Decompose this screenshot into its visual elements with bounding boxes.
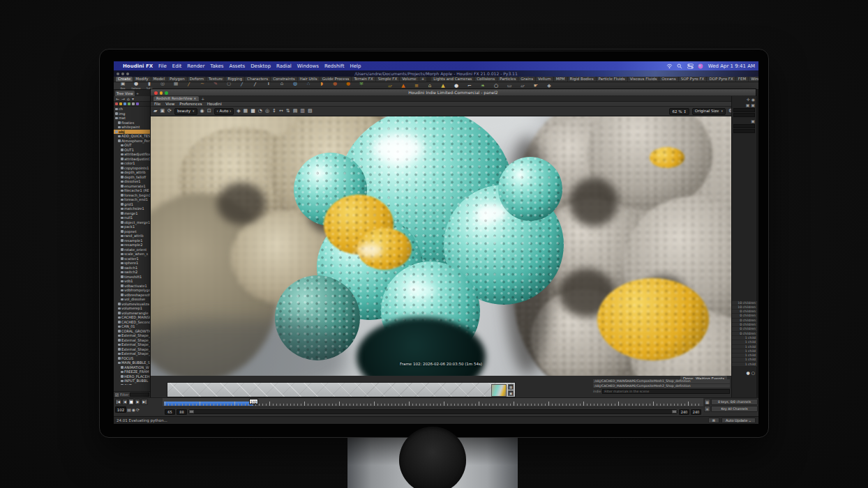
- maximize-button[interactable]: [165, 91, 168, 95]
- menu-redshift[interactable]: Redshift: [324, 63, 344, 69]
- toggle-off-icon[interactable]: ○: [751, 370, 755, 375]
- houdini-window-titlebar[interactable]: /Users/andre/Documents/Projects/Morph Ap…: [114, 70, 758, 77]
- renderview-menu-preferences[interactable]: Preferences: [179, 102, 202, 106]
- shelf-tab-[interactable]: +: [419, 77, 427, 82]
- loop-icon[interactable]: ⟳: [136, 407, 140, 412]
- menu-radial[interactable]: Radial: [276, 63, 292, 69]
- playback-end-field[interactable]: 240: [679, 409, 689, 415]
- render-pass-select[interactable]: beauty▾: [174, 108, 197, 115]
- controller-tool-icon[interactable]: ◆: [546, 84, 553, 89]
- panel-right-icon[interactable]: ▥: [300, 109, 305, 114]
- filter-input[interactable]: [130, 392, 149, 397]
- stamp-a-icon[interactable]: ▣: [746, 102, 750, 107]
- filter-checkbox[interactable]: ✓: [115, 393, 119, 397]
- shelf-tab-fem[interactable]: FEM: [736, 77, 748, 82]
- menu-file[interactable]: File: [158, 63, 167, 69]
- image-size-select[interactable]: Original Size▾: [692, 108, 726, 115]
- wifi-icon[interactable]: [666, 63, 673, 69]
- shelf-tab-rigging[interactable]: Rigging: [225, 77, 244, 82]
- playhead[interactable]: 102: [249, 399, 258, 404]
- sand-castle-tool-icon[interactable]: ⌂: [426, 84, 433, 89]
- stop-button[interactable]: ■: [128, 399, 134, 405]
- vellum-cloth-tool-icon[interactable]: ▱: [387, 84, 394, 89]
- close-button[interactable]: [154, 91, 158, 95]
- flag-blue-icon[interactable]: [124, 102, 126, 105]
- target-icon[interactable]: ◎: [265, 109, 269, 114]
- menu-houdini-fx[interactable]: Houdini FX: [123, 63, 153, 69]
- minimize-window-button[interactable]: [121, 73, 124, 75]
- playback-start-field[interactable]: 88: [177, 409, 187, 415]
- new-tab-button[interactable]: +: [201, 96, 204, 101]
- menu-help[interactable]: Help: [350, 63, 361, 69]
- lock-icon[interactable]: ◈: [237, 109, 240, 114]
- add-tab-button[interactable]: +: [136, 91, 139, 96]
- panel-left-icon[interactable]: ▤: [293, 109, 298, 114]
- renderview-menu-view[interactable]: View: [165, 102, 174, 106]
- menu-edit[interactable]: Edit: [172, 63, 182, 69]
- snapshot-icon[interactable]: ▣: [160, 109, 165, 114]
- side-field[interactable]: [733, 113, 755, 117]
- sphere-tool-icon[interactable]: ●Sphere: [133, 82, 140, 90]
- flag-purple-icon[interactable]: [136, 102, 139, 105]
- fit-icon[interactable]: ↔: [279, 109, 283, 114]
- menu-bar-clock[interactable]: Wed Apr 1 9:41 AM: [708, 63, 755, 69]
- menu-takes[interactable]: Takes: [210, 63, 223, 69]
- flag-green-icon[interactable]: [128, 102, 130, 105]
- expand-icon[interactable]: ↕: [272, 109, 276, 114]
- search-icon[interactable]: [677, 63, 683, 69]
- refresh-icon[interactable]: ⟳: [167, 109, 172, 114]
- shelf-tab-model[interactable]: Model: [151, 77, 167, 82]
- chevron-down-icon[interactable]: ▾: [132, 96, 134, 101]
- shelf-tab-sop-pyro-fx[interactable]: SOP Pyro FX: [679, 77, 707, 82]
- shelf-tab-terrain-fx[interactable]: Terrain FX: [352, 77, 375, 82]
- grid-icon[interactable]: ▦: [244, 109, 248, 114]
- toggle-on-icon[interactable]: ●: [747, 370, 750, 375]
- renderview-menu-houdini[interactable]: Houdini: [207, 102, 222, 106]
- menu-desktop[interactable]: Desktop: [250, 63, 271, 69]
- channel-icon[interactable]: ≡: [704, 406, 710, 412]
- range-handle-right[interactable]: [672, 410, 677, 413]
- shelf-tab-create[interactable]: Create: [116, 77, 133, 82]
- menu-windows[interactable]: Windows: [297, 63, 319, 69]
- flag-red-icon[interactable]: [115, 102, 118, 105]
- shelf-tab-oceans[interactable]: Oceans: [659, 77, 678, 82]
- balloon-tool-icon[interactable]: ○: [493, 84, 500, 89]
- shelf-tab-volume[interactable]: Volume: [400, 77, 418, 82]
- jump-end-button[interactable]: ▶|: [141, 399, 147, 405]
- zoom-window-button[interactable]: [126, 73, 129, 75]
- flag-gray-icon[interactable]: [132, 102, 135, 105]
- shelf-tab-constraints[interactable]: Constraints: [271, 77, 297, 82]
- tree-node-out[interactable]: OUT: [114, 383, 151, 386]
- step-back-button[interactable]: ◀: [122, 399, 128, 405]
- current-frame-field[interactable]: 102: [115, 406, 126, 413]
- key-all-channels-button[interactable]: Key All Channels: [711, 406, 758, 412]
- range-slider[interactable]: [188, 409, 678, 414]
- feather-tool-icon[interactable]: ❧: [479, 84, 486, 89]
- shelf-tab-hair-utils[interactable]: Hair Utils: [298, 77, 320, 82]
- play-button[interactable]: ▶: [135, 399, 140, 405]
- hand-tool-icon[interactable]: ☛: [532, 84, 539, 89]
- forward-icon[interactable]: →: [121, 96, 125, 101]
- shelf-tab-guide-process[interactable]: Guide Process: [320, 77, 352, 82]
- shelf-tab-texture[interactable]: Texture: [207, 77, 225, 82]
- memory-field[interactable]: ⊞: [708, 418, 719, 423]
- material-row[interactable]: /obj/CACHED_MAINSHAPE/CompositeMesh2_Sho…: [593, 384, 730, 389]
- bone-tool-icon[interactable]: ⌐: [466, 84, 473, 89]
- snowball-tool-icon[interactable]: ●: [453, 84, 460, 89]
- render-thumbnail[interactable]: [491, 384, 507, 397]
- camera-icon[interactable]: ◉: [132, 407, 135, 412]
- fire-tool-icon[interactable]: ▲: [400, 84, 407, 89]
- shelf-tab-simple-fx[interactable]: Simple FX: [376, 77, 399, 82]
- shelf-tab-characters[interactable]: Characters: [245, 77, 270, 82]
- shelf-tab-modify[interactable]: Modify: [133, 77, 150, 82]
- auto-update-select[interactable]: Auto Update ⌄: [721, 418, 756, 423]
- shelf-tab-wires[interactable]: Wires: [749, 77, 758, 82]
- shelf-tab-polygon[interactable]: Polygon: [167, 77, 187, 82]
- side-field[interactable]: [733, 129, 755, 133]
- range-start-field[interactable]: 65: [165, 409, 175, 415]
- motion-preview-strip[interactable]: ▦ ▣: [167, 382, 516, 397]
- flag-yellow-icon[interactable]: [119, 102, 122, 105]
- stamp-b-icon[interactable]: ▣: [751, 102, 755, 107]
- swatch-icon[interactable]: ■: [250, 109, 255, 114]
- auto-select[interactable]: ‹ Auto ›: [214, 108, 234, 115]
